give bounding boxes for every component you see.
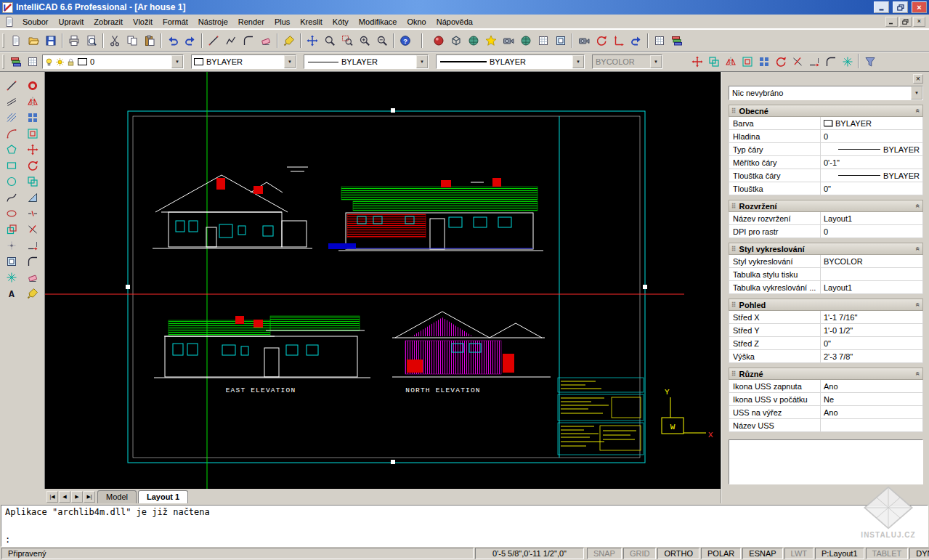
move-tool-button[interactable] — [23, 142, 42, 158]
rotate-button[interactable] — [772, 54, 789, 70]
new-button[interactable] — [7, 32, 25, 49]
scale-tool-button[interactable] — [23, 190, 42, 206]
layer-states-button[interactable] — [24, 54, 41, 70]
color-select[interactable]: BYLAYER ▼ — [191, 54, 296, 69]
fillet-button[interactable] — [822, 54, 839, 70]
section-rozvrzeni[interactable]: ⠿Rozvržení« — [729, 200, 923, 212]
lineweight-select[interactable]: BYLAYER ▼ — [436, 54, 585, 69]
dropdown-arrow-icon[interactable]: ▼ — [284, 55, 296, 68]
toolbar-grip[interactable] — [2, 54, 4, 69]
drawing-canvas-area[interactable]: EAST ELEVATION — [45, 72, 721, 489]
paste-button[interactable] — [141, 32, 158, 49]
property-value[interactable]: 0" — [821, 337, 922, 349]
point-tool-button[interactable] — [2, 238, 21, 253]
shade-button[interactable] — [465, 32, 482, 49]
text-tool-button[interactable]: A — [2, 285, 21, 301]
mdi-minimize-button[interactable] — [885, 17, 898, 27]
print-button[interactable] — [65, 32, 83, 49]
tab-prev-button[interactable]: ◀ — [59, 491, 70, 503]
fillet-tool-button[interactable] — [23, 253, 42, 269]
ellipse-tool-button[interactable] — [2, 206, 21, 222]
explorer-button[interactable] — [668, 32, 686, 49]
property-value[interactable]: Layout1 — [821, 212, 922, 224]
property-value[interactable]: 0" — [821, 182, 922, 195]
spline-tool-button[interactable] — [2, 190, 21, 206]
menu-nastroje[interactable]: Nástroje — [193, 16, 233, 28]
tab-first-button[interactable]: |◀ — [46, 491, 58, 503]
property-value[interactable]: 1'-1 7/16" — [821, 311, 922, 323]
tab-last-button[interactable]: ▶| — [84, 491, 95, 503]
section-pohled[interactable]: ⠿Pohled« — [729, 299, 923, 311]
selection-select[interactable]: Nic nevybráno ▼ — [729, 86, 923, 100]
line-tool-button[interactable] — [2, 78, 21, 94]
entity-properties-button[interactable] — [651, 32, 668, 49]
print-preview-button[interactable] — [83, 32, 100, 49]
command-prompt[interactable]: : — [5, 535, 924, 545]
circle-tool-button[interactable] — [2, 174, 21, 190]
status-toggle-dyn[interactable]: DYN — [909, 548, 929, 559]
property-value[interactable]: BYCOLOR — [821, 255, 922, 267]
undo-button[interactable] — [164, 32, 182, 49]
property-value[interactable]: BYLAYER — [821, 143, 922, 155]
section-styl-vykreslovani[interactable]: ⠿Styl vykreslování« — [729, 243, 923, 255]
donut-tool-button[interactable] — [23, 78, 42, 94]
dropdown-arrow-icon[interactable]: ▼ — [171, 55, 183, 68]
help-button[interactable]: ? — [397, 32, 414, 49]
offset-tool-button[interactable] — [23, 126, 42, 142]
zoom-in-button[interactable] — [356, 32, 373, 49]
layer-select[interactable]: 0 ▼ — [42, 54, 184, 69]
scenes-button[interactable] — [500, 32, 517, 49]
restore-button[interactable] — [893, 1, 908, 13]
drawing-canvas[interactable]: EAST ELEVATION — [45, 72, 721, 489]
status-toggle-grid[interactable]: GRID — [623, 548, 657, 559]
zoom-window-button[interactable] — [338, 32, 356, 49]
offset-button[interactable] — [739, 54, 755, 70]
property-value[interactable]: Ano — [821, 406, 922, 418]
coordinates-readout[interactable]: 0'-5 5/8",0'-11 1/2",0" — [475, 548, 584, 559]
menu-okno[interactable]: Okno — [402, 16, 431, 28]
menu-koty[interactable]: Kóty — [328, 16, 354, 28]
array-tool-button[interactable] — [23, 110, 42, 126]
explode-button[interactable] — [839, 54, 856, 70]
property-value[interactable]: BYLAYER — [821, 117, 922, 129]
copy-object-tool-button[interactable] — [23, 174, 42, 190]
orbit-3d-button[interactable] — [593, 32, 610, 49]
mdi-close-button[interactable]: × — [913, 17, 925, 27]
materials-button[interactable] — [517, 32, 535, 49]
match-properties-button[interactable] — [280, 32, 298, 49]
status-toggle-snap[interactable]: SNAP — [587, 548, 622, 559]
zoom-realtime-button[interactable] — [321, 32, 338, 49]
draw-line-button[interactable] — [205, 32, 222, 49]
pan-button[interactable] — [304, 32, 321, 49]
save-button[interactable] — [42, 32, 60, 49]
arc-tool-button[interactable] — [2, 126, 21, 142]
panel-close-icon[interactable]: × — [913, 74, 923, 84]
copy-button[interactable] — [123, 32, 141, 49]
property-value[interactable]: 0 — [821, 225, 922, 238]
background-button[interactable] — [552, 32, 569, 49]
menu-vlozit[interactable]: Vložit — [128, 16, 158, 28]
array-button[interactable] — [755, 54, 772, 70]
section-ruzne[interactable]: ⠿Různé« — [729, 368, 923, 380]
lights-button[interactable] — [482, 32, 500, 49]
break-tool-button[interactable] — [23, 206, 42, 222]
tab-model[interactable]: Model — [97, 490, 137, 503]
status-toggle-p-layout1[interactable]: P:Layout1 — [815, 548, 864, 559]
zoom-out-button[interactable] — [373, 32, 391, 49]
status-toggle-polar[interactable]: POLAR — [701, 548, 741, 559]
section-obecne[interactable]: ⠿Obecné« — [729, 105, 923, 117]
property-value[interactable] — [821, 419, 922, 431]
mapping-button[interactable] — [535, 32, 552, 49]
dropdown-arrow-icon[interactable]: ▼ — [572, 55, 584, 68]
trim-button[interactable] — [789, 54, 806, 70]
command-window[interactable]: Aplikace "archlib4m.dll" je již načtena … — [1, 505, 928, 547]
status-toggle-tablet[interactable]: TABLET — [866, 548, 909, 559]
dropdown-arrow-icon[interactable]: ▼ — [911, 86, 922, 100]
property-value[interactable]: BYLAYER — [821, 169, 922, 182]
hatch-tool-button[interactable] — [2, 110, 21, 126]
tab-layout-1[interactable]: Layout 1 — [138, 490, 188, 503]
property-value[interactable]: 2'-3 7/8" — [821, 350, 922, 362]
insert-block-tool-button[interactable] — [2, 222, 21, 238]
named-views-button[interactable] — [575, 32, 593, 49]
hide-button[interactable] — [447, 32, 465, 49]
